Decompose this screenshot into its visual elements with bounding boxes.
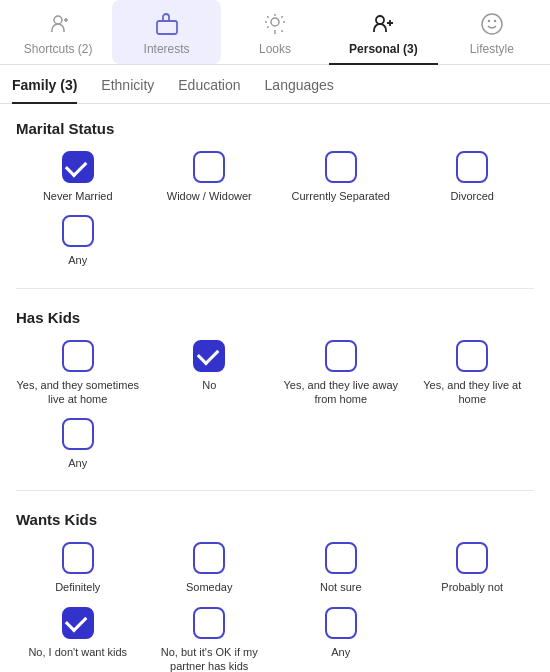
sub-nav: Family (3)EthnicityEducationLanguages xyxy=(0,65,550,104)
top-tab-label-looks: Looks xyxy=(259,42,291,56)
label-kids-home: Yes, and they live at home xyxy=(411,378,535,407)
section-title-wants-kids: Wants Kids xyxy=(16,511,534,528)
option-kids-away[interactable]: Yes, and they live away from home xyxy=(279,340,403,407)
label-any-kids: Any xyxy=(68,456,87,470)
checkbox-any-marital[interactable] xyxy=(62,215,94,247)
label-no-kids: No xyxy=(202,378,216,392)
checkbox-never-married[interactable] xyxy=(62,151,94,183)
checkbox-no-dont-want[interactable] xyxy=(62,607,94,639)
checkbox-kids-away[interactable] xyxy=(325,340,357,372)
sub-tab-education[interactable]: Education xyxy=(178,65,240,103)
option-currently-separated[interactable]: Currently Separated xyxy=(279,151,403,203)
label-definitely: Definitely xyxy=(55,580,100,594)
checkbox-definitely[interactable] xyxy=(62,542,94,574)
label-someday: Someday xyxy=(186,580,232,594)
checkbox-no-ok-partner[interactable] xyxy=(193,607,225,639)
top-tab-looks[interactable]: Looks xyxy=(221,0,329,64)
svg-point-3 xyxy=(376,16,384,24)
sub-tab-languages[interactable]: Languages xyxy=(265,65,334,103)
option-widow-widower[interactable]: Widow / Widower xyxy=(148,151,272,203)
top-tab-label-lifestyle: Lifestyle xyxy=(470,42,514,56)
option-any-kids[interactable]: Any xyxy=(16,418,140,470)
checkbox-someday[interactable] xyxy=(193,542,225,574)
svg-point-0 xyxy=(54,16,62,24)
top-tab-label-shortcuts: Shortcuts (2) xyxy=(24,42,93,56)
section-wants-kids: Wants KidsDefinitelySomedayNot sureProba… xyxy=(16,511,534,672)
label-no-dont-want: No, I don't want kids xyxy=(28,645,127,659)
option-no-dont-want[interactable]: No, I don't want kids xyxy=(16,607,140,672)
top-tab-shortcuts[interactable]: Shortcuts (2) xyxy=(4,0,112,64)
options-grid-has-kids: Yes, and they sometimes live at homeNoYe… xyxy=(16,340,534,471)
option-any-wants[interactable]: Any xyxy=(279,607,403,672)
checkbox-not-sure[interactable] xyxy=(325,542,357,574)
top-nav: Shortcuts (2) Interests Looks Personal (… xyxy=(0,0,550,65)
option-kids-sometimes[interactable]: Yes, and they sometimes live at home xyxy=(16,340,140,407)
option-probably-not[interactable]: Probably not xyxy=(411,542,535,594)
label-currently-separated: Currently Separated xyxy=(292,189,390,203)
options-grid-wants-kids: DefinitelySomedayNot sureProbably notNo,… xyxy=(16,542,534,672)
section-title-marital-status: Marital Status xyxy=(16,120,534,137)
option-definitely[interactable]: Definitely xyxy=(16,542,140,594)
label-divorced: Divorced xyxy=(451,189,494,203)
interests-icon xyxy=(153,10,181,38)
top-tab-label-interests: Interests xyxy=(144,42,190,56)
section-marital-status: Marital StatusNever MarriedWidow / Widow… xyxy=(16,120,534,289)
label-probably-not: Probably not xyxy=(441,580,503,594)
top-tab-lifestyle[interactable]: Lifestyle xyxy=(438,0,546,64)
lifestyle-icon xyxy=(478,10,506,38)
option-not-sure[interactable]: Not sure xyxy=(279,542,403,594)
label-widow-widower: Widow / Widower xyxy=(167,189,252,203)
app-container: Shortcuts (2) Interests Looks Personal (… xyxy=(0,0,550,672)
section-title-has-kids: Has Kids xyxy=(16,309,534,326)
checkbox-probably-not[interactable] xyxy=(456,542,488,574)
top-tab-personal[interactable]: Personal (3) xyxy=(329,0,437,64)
option-kids-home[interactable]: Yes, and they live at home xyxy=(411,340,535,407)
option-divorced[interactable]: Divorced xyxy=(411,151,535,203)
option-never-married[interactable]: Never Married xyxy=(16,151,140,203)
svg-point-4 xyxy=(482,14,502,34)
checkbox-divorced[interactable] xyxy=(456,151,488,183)
sub-tab-family[interactable]: Family (3) xyxy=(12,65,77,103)
looks-icon xyxy=(261,10,289,38)
top-tab-label-personal: Personal (3) xyxy=(349,42,418,56)
shortcuts-icon xyxy=(44,10,72,38)
option-someday[interactable]: Someday xyxy=(148,542,272,594)
top-tab-interests[interactable]: Interests xyxy=(112,0,220,64)
checkbox-kids-sometimes[interactable] xyxy=(62,340,94,372)
personal-icon xyxy=(369,10,397,38)
checkbox-any-kids[interactable] xyxy=(62,418,94,450)
main-content: Marital StatusNever MarriedWidow / Widow… xyxy=(0,104,550,672)
label-kids-sometimes: Yes, and they sometimes live at home xyxy=(16,378,140,407)
checkbox-currently-separated[interactable] xyxy=(325,151,357,183)
sub-tab-ethnicity[interactable]: Ethnicity xyxy=(101,65,154,103)
checkbox-widow-widower[interactable] xyxy=(193,151,225,183)
label-not-sure: Not sure xyxy=(320,580,362,594)
checkbox-kids-home[interactable] xyxy=(456,340,488,372)
checkbox-any-wants[interactable] xyxy=(325,607,357,639)
option-no-ok-partner[interactable]: No, but it's OK if my partner has kids xyxy=(148,607,272,672)
label-any-wants: Any xyxy=(331,645,350,659)
option-any-marital[interactable]: Any xyxy=(16,215,140,267)
label-no-ok-partner: No, but it's OK if my partner has kids xyxy=(148,645,272,672)
svg-point-2 xyxy=(271,18,279,26)
label-never-married: Never Married xyxy=(43,189,113,203)
svg-rect-1 xyxy=(157,21,177,34)
checkbox-no-kids[interactable] xyxy=(193,340,225,372)
options-grid-marital-status: Never MarriedWidow / WidowerCurrently Se… xyxy=(16,151,534,268)
option-no-kids[interactable]: No xyxy=(148,340,272,407)
section-has-kids: Has KidsYes, and they sometimes live at … xyxy=(16,309,534,492)
label-any-marital: Any xyxy=(68,253,87,267)
label-kids-away: Yes, and they live away from home xyxy=(279,378,403,407)
